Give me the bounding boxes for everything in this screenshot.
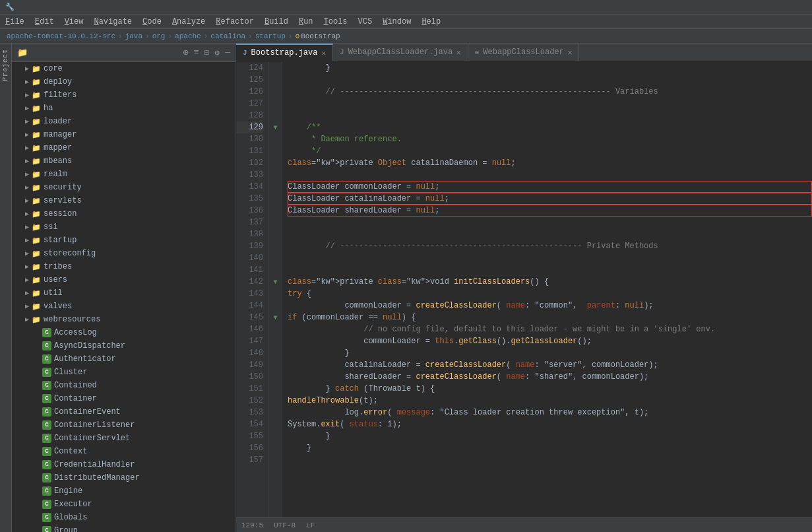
tab-webappclassloader-class[interactable]: ≋ WebappClassLoader ✕: [468, 44, 580, 61]
expand-arrow-session[interactable]: ▶: [22, 210, 32, 218]
tree-item-cluster[interactable]: CCluster: [12, 366, 235, 379]
menu-navigate[interactable]: Navigate: [88, 16, 137, 28]
tree-item-valves[interactable]: ▶📁valves: [12, 300, 235, 313]
expand-arrow-realm[interactable]: ▶: [22, 170, 32, 178]
expand-arrow-ssi[interactable]: ▶: [22, 223, 32, 231]
expand-arrow-util[interactable]: ▶: [22, 289, 32, 297]
tree-item-util[interactable]: ▶📁util: [12, 286, 235, 300]
tree-item-container[interactable]: CContainer: [12, 392, 235, 405]
tree-item-mapper[interactable]: ▶📁mapper: [12, 141, 235, 154]
tree-item-globals[interactable]: CGlobals: [12, 511, 235, 524]
bc-catalina[interactable]: catalina: [210, 32, 245, 40]
tree-item-startup[interactable]: ▶📁startup: [12, 234, 235, 247]
tree-item-executor[interactable]: CExecutor: [12, 498, 235, 511]
tree-item-storeconfig[interactable]: ▶📁storeconfig: [12, 247, 235, 260]
expand-arrow-startup[interactable]: ▶: [22, 236, 32, 244]
tree-label-containerservlet: ContainerServlet: [54, 434, 130, 443]
tab-close-webappclassloader[interactable]: ✕: [456, 48, 461, 57]
tree-item-security[interactable]: ▶📁security: [12, 181, 235, 194]
tree-item-asyncdispatcher[interactable]: CAsyncDispatcher: [12, 339, 235, 352]
tree-item-engine[interactable]: CEngine: [12, 484, 235, 498]
expand-arrow-storeconfig[interactable]: ▶: [22, 249, 32, 257]
tree-item-ssi[interactable]: ▶📁ssi: [12, 220, 235, 234]
tree-item-mbeans[interactable]: ▶📁mbeans: [12, 154, 235, 168]
collapse-all-icon[interactable]: ≡: [194, 48, 199, 57]
tree-item-deploy[interactable]: ▶📁deploy: [12, 75, 235, 88]
bc-startup[interactable]: startup: [255, 32, 286, 40]
expand-arrow-users[interactable]: ▶: [22, 276, 32, 284]
tree-item-filters[interactable]: ▶📁filters: [12, 88, 235, 102]
expand-arrow-ha[interactable]: ▶: [22, 104, 32, 112]
menu-run[interactable]: Run: [294, 16, 319, 28]
expand-arrow-filters[interactable]: ▶: [22, 91, 32, 99]
expand-arrow-mbeans[interactable]: ▶: [22, 157, 32, 165]
code-line-128: [288, 110, 812, 121]
tree-item-loader[interactable]: ▶📁loader: [12, 115, 235, 128]
tree-item-distributedmanager[interactable]: CDistributedManager: [12, 471, 235, 484]
tree-item-webresources[interactable]: ▶📁webresources: [12, 313, 235, 326]
bc-root[interactable]: apache-tomcat-10.0.12-src: [7, 32, 115, 40]
expand-arrow-servlets[interactable]: ▶: [22, 197, 32, 205]
bc-apache[interactable]: apache: [175, 32, 201, 40]
expand-arrow-mapper[interactable]: ▶: [22, 144, 32, 152]
gutter-cell-142[interactable]: ▼: [269, 276, 282, 288]
tree-item-servlets[interactable]: ▶📁servlets: [12, 194, 235, 207]
tab-webappclassloader-java[interactable]: J WebappClassLoader.java ✕: [333, 44, 468, 61]
gutter-cell-129[interactable]: ▼: [269, 121, 282, 133]
bc-java[interactable]: java: [125, 32, 142, 40]
menu-tools[interactable]: Tools: [319, 16, 353, 28]
tab-bootstrap-java[interactable]: J Bootstrap.java ✕: [236, 44, 333, 61]
tree-item-containerservlet[interactable]: CContainerServlet: [12, 432, 235, 445]
class-icon-accesslog: C: [42, 328, 51, 337]
java-file-icon: J: [243, 49, 247, 57]
tab-close-webappclassloader-class[interactable]: ✕: [568, 48, 573, 57]
code-line-131: */: [288, 145, 812, 157]
gutter-cell-145[interactable]: ▼: [269, 312, 282, 323]
menu-edit[interactable]: Edit: [30, 16, 59, 28]
expand-arrow-webresources[interactable]: ▶: [22, 316, 32, 323]
menu-file[interactable]: File: [0, 16, 30, 28]
bc-bootstrap[interactable]: Bootstrap: [301, 32, 340, 40]
tree-item-contained[interactable]: CContained: [12, 379, 235, 392]
project-strip-label[interactable]: Project: [2, 49, 9, 81]
menu-analyze[interactable]: Analyze: [167, 16, 210, 28]
tree-item-group[interactable]: CGroup: [12, 524, 235, 532]
menu-build[interactable]: Build: [259, 16, 294, 28]
expand-arrow-core[interactable]: ▶: [22, 65, 32, 73]
tree-item-context[interactable]: CContext: [12, 445, 235, 458]
expand-arrow-security[interactable]: ▶: [22, 183, 32, 191]
settings-icon[interactable]: ⚙: [214, 48, 220, 58]
expand-arrow-valves[interactable]: ▶: [22, 302, 32, 310]
line-num-126: 126: [236, 86, 263, 98]
tree-item-tribes[interactable]: ▶📁tribes: [12, 260, 235, 273]
menu-code[interactable]: Code: [137, 16, 167, 28]
tree-item-containerlistener[interactable]: CContainerListener: [12, 418, 235, 432]
tree-item-users[interactable]: ▶📁users: [12, 273, 235, 286]
expand-icon[interactable]: ⊟: [204, 48, 210, 58]
tree-item-authenticator[interactable]: CAuthenticator: [12, 352, 235, 366]
tree-item-ha[interactable]: ▶📁ha: [12, 102, 235, 115]
tree-item-realm[interactable]: ▶📁realm: [12, 168, 235, 181]
menu-refactor[interactable]: Refactor: [210, 16, 259, 28]
tree-item-session[interactable]: ▶📁session: [12, 207, 235, 220]
expand-arrow-loader[interactable]: ▶: [22, 117, 32, 125]
tree-item-core[interactable]: ▶📁core: [12, 62, 235, 75]
line-num-130: 130: [236, 133, 263, 145]
minimize-icon[interactable]: —: [225, 48, 230, 57]
expand-arrow-deploy[interactable]: ▶: [22, 78, 32, 86]
menu-view[interactable]: View: [59, 16, 89, 28]
add-icon[interactable]: ⊕: [183, 47, 188, 58]
expand-arrow-manager[interactable]: ▶: [22, 131, 32, 139]
tree-item-credentialhandler[interactable]: CCredentialHandler: [12, 458, 235, 471]
tree-item-accesslog[interactable]: CAccessLog: [12, 326, 235, 339]
code-content[interactable]: } // -----------------------------------…: [282, 62, 812, 517]
menu-help[interactable]: Help: [416, 16, 446, 28]
tree-label-servlets: servlets: [44, 196, 82, 205]
menu-vcs[interactable]: VCS: [353, 16, 378, 28]
expand-arrow-tribes[interactable]: ▶: [22, 263, 32, 271]
bc-org[interactable]: org: [152, 32, 166, 40]
tab-close-bootstrap[interactable]: ✕: [321, 49, 326, 57]
tree-item-containerevent[interactable]: CContainerEvent: [12, 405, 235, 418]
menu-window[interactable]: Window: [377, 16, 416, 28]
tree-item-manager[interactable]: ▶📁manager: [12, 128, 235, 141]
